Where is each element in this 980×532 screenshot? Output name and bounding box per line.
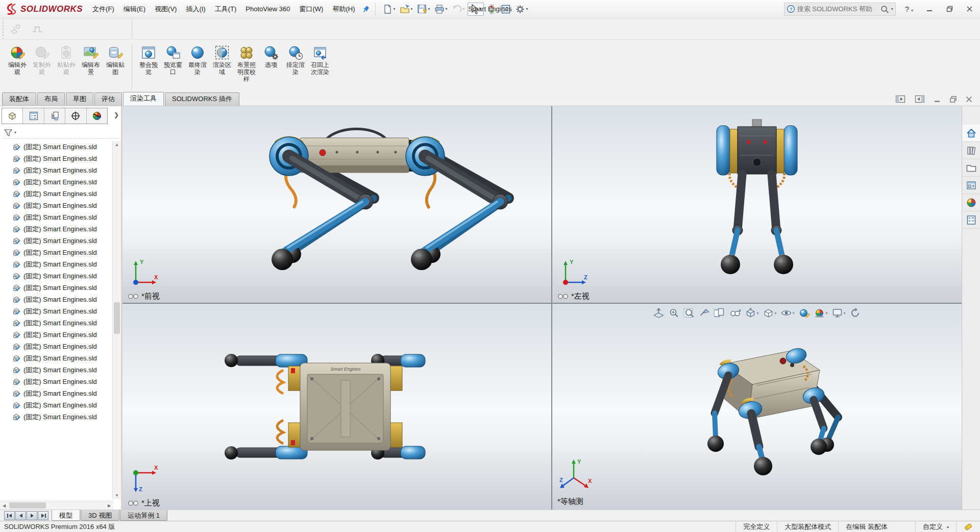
tree-item[interactable]: (固定) Smart Engines.sld — [0, 200, 112, 211]
nav-first-button[interactable] — [4, 511, 15, 520]
recall-render-button[interactable]: 召回上次渲染 — [308, 43, 332, 77]
open-document-button[interactable]: ▾ — [398, 3, 414, 15]
viewport-iso[interactable]: A▾▾▾▾▾ — [552, 304, 962, 510]
menu-item-8[interactable]: 帮助(H) — [328, 1, 359, 18]
scroll-left-icon[interactable]: ◀ — [0, 503, 8, 508]
tab-渲染工具[interactable]: 渲染工具 — [123, 92, 164, 106]
tree-item[interactable]: (固定) Smart Engines.sld — [0, 176, 112, 188]
final-render-button[interactable]: 最终渲染 — [186, 43, 209, 77]
search-input[interactable] — [797, 5, 878, 13]
window-close-button[interactable] — [962, 4, 977, 14]
window-minimize-button[interactable] — [922, 4, 937, 14]
scroll-down-icon[interactable]: ▼ — [113, 492, 121, 499]
design-library-button[interactable] — [962, 142, 980, 159]
tree-item[interactable]: (固定) Smart Engines.sld — [0, 164, 112, 176]
toolbar-drag-handle[interactable] — [1, 20, 5, 38]
panel-tab-configurationmanager[interactable] — [44, 108, 65, 124]
tile-next-button[interactable] — [914, 94, 925, 104]
tree-item[interactable]: (固定) Smart Engines.sld — [0, 270, 112, 282]
scrollbar-track[interactable] — [8, 501, 105, 510]
tree-item[interactable]: (固定) Smart Engines.sld — [0, 235, 112, 247]
menu-item-7[interactable]: 窗口(W) — [295, 1, 328, 18]
dropdown-caret-icon[interactable]: ▾ — [394, 7, 396, 11]
tree-filter[interactable]: ▾ — [2, 127, 119, 139]
edit-decal-button[interactable]: 编辑贴图 — [104, 43, 127, 77]
tree-item[interactable]: (固定) Smart Engines.sld — [0, 282, 112, 294]
undo-button[interactable]: ▾ — [450, 3, 467, 15]
scrollbar-thumb[interactable] — [9, 502, 46, 509]
new-document-button[interactable]: ▾ — [381, 3, 397, 15]
doc-minimize-button[interactable] — [934, 95, 941, 103]
proof-sheet-button[interactable]: 布景照明度校样 — [235, 43, 258, 84]
tree-vertical-scrollbar[interactable]: ▲ ▼ — [112, 141, 121, 499]
tab-草图[interactable]: 草图 — [66, 92, 93, 106]
preview-window-button[interactable]: 预览窗口 — [161, 43, 185, 77]
scroll-up-icon[interactable]: ▲ — [113, 141, 121, 149]
appearances-scenes-button[interactable] — [962, 194, 980, 211]
pin-icon[interactable] — [362, 5, 370, 13]
custom-properties-button[interactable] — [962, 211, 980, 229]
print-button[interactable]: ▾ — [433, 3, 449, 15]
tree-item[interactable]: (固定) Smart Engines.sld — [0, 141, 112, 153]
tree-item[interactable]: (固定) Smart Engines.sld — [0, 258, 112, 270]
solidworks-resources-button[interactable] — [962, 125, 980, 142]
bottom-tab-模型[interactable]: 模型 — [52, 510, 80, 521]
panel-tab-featuremanager-tree[interactable] — [2, 108, 23, 124]
tab-SOLIDWORKS 插件[interactable]: SOLIDWORKS 插件 — [165, 92, 239, 106]
save-document-button[interactable]: ▾ — [415, 3, 432, 15]
tag-button[interactable] — [956, 521, 980, 532]
dropdown-caret-icon[interactable]: ▾ — [446, 7, 448, 11]
tree-item[interactable]: (固定) Smart Engines.sld — [0, 364, 112, 376]
doc-close-button[interactable] — [965, 95, 973, 103]
integrated-preview-button[interactable]: 整合预览 — [137, 43, 160, 77]
scrollbar-thumb[interactable] — [114, 302, 120, 334]
tab-装配体[interactable]: 装配体 — [2, 92, 36, 106]
view-palette-button[interactable] — [962, 177, 980, 194]
render-region-button[interactable]: 渲染区域 — [210, 43, 234, 77]
nav-previous-button[interactable] — [15, 511, 26, 520]
tree-item[interactable]: (固定) Smart Engines.sld — [0, 376, 112, 388]
tree-item[interactable]: (固定) Smart Engines.sld — [0, 223, 112, 235]
menu-item-2[interactable]: 编辑(E) — [119, 1, 150, 18]
menu-item-3[interactable]: 视图(V) — [150, 1, 181, 18]
nav-next-button[interactable] — [27, 511, 37, 520]
tree-horizontal-scrollbar[interactable]: ◀ ▶ — [0, 501, 113, 510]
bottom-tab-3D 视图[interactable]: 3D 视图 — [81, 510, 119, 521]
tree-item[interactable]: (固定) Smart Engines.sld — [0, 317, 112, 329]
edit-appearance-button[interactable]: 编辑外观 — [6, 43, 29, 77]
file-explorer-button[interactable] — [962, 159, 980, 177]
doc-restore-button[interactable] — [949, 95, 957, 103]
tree-item[interactable]: (固定) Smart Engines.sld — [0, 352, 112, 364]
menu-item-1[interactable]: 文件(F) — [88, 1, 119, 18]
tile-previous-button[interactable] — [895, 94, 906, 104]
tab-评估[interactable]: 评估 — [94, 92, 122, 106]
search-icon[interactable] — [880, 5, 889, 14]
scroll-right-icon[interactable]: ▶ — [105, 503, 113, 508]
panel-tabs-overflow[interactable]: ❯ — [114, 111, 119, 118]
viewport-left[interactable]: Y Z *左视 — [552, 106, 962, 303]
tree-item[interactable]: (固定) Smart Engines.sld — [0, 305, 112, 317]
window-restore-button[interactable] — [942, 4, 957, 14]
tree-item[interactable]: (固定) Smart Engines.sld — [0, 153, 112, 164]
menu-item-4[interactable]: 插入(I) — [181, 1, 210, 18]
panel-tab-displaymanager[interactable] — [87, 108, 107, 124]
render-options-button[interactable]: 选项 — [259, 43, 283, 69]
options-button[interactable]: ▾ — [513, 3, 530, 15]
menu-item-5[interactable]: 工具(T) — [210, 1, 241, 18]
edit-scene-button[interactable]: 编辑布景 — [79, 43, 103, 77]
viewport-front[interactable]: Y X *前视 — [122, 106, 551, 303]
status-customize[interactable]: 自定义▴ — [915, 521, 956, 532]
tree-item[interactable]: (固定) Smart Engines.sld — [0, 329, 112, 341]
dropdown-caret-icon[interactable]: ▾ — [526, 7, 528, 11]
tree-item[interactable]: (固定) Smart Engines.sld — [0, 188, 112, 200]
dropdown-caret-icon[interactable]: ▾ — [411, 7, 413, 11]
search-caret-icon[interactable]: ▾ — [891, 7, 893, 11]
viewport-top[interactable]: Smart Engines X Z *上视 — [122, 304, 551, 510]
tree-item[interactable]: (固定) Smart Engines.sld — [0, 247, 112, 258]
dropdown-caret-icon[interactable]: ▾ — [428, 7, 430, 11]
tab-布局[interactable]: 布局 — [37, 92, 65, 106]
nav-last-button[interactable] — [38, 511, 48, 520]
tree-item[interactable]: (固定) Smart Engines.sld — [0, 341, 112, 352]
help-button[interactable]: ?▾ — [901, 3, 917, 15]
tree-item[interactable]: (固定) Smart Engines.sld — [0, 211, 112, 223]
